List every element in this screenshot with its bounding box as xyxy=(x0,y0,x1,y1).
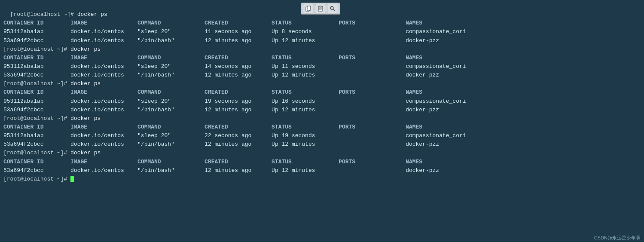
toolbar xyxy=(301,3,340,15)
header-3: CONTAINER ID IMAGE COMMAND CREATED STATU… xyxy=(3,89,422,95)
prompt-line-5: [root@localhost ~]# xyxy=(3,150,70,156)
header-2: CONTAINER ID IMAGE COMMAND CREATED STATU… xyxy=(3,55,422,61)
row-4-2: 53a694f2cbcc docker.io/centos "/bin/bash… xyxy=(3,141,439,147)
terminal: [root@localhost ~]# docker ps CONTAINER … xyxy=(0,0,644,185)
prompt-line-6: [root@localhost ~]# xyxy=(3,176,70,182)
cmd-1: docker ps xyxy=(77,11,107,18)
row-5-1: 53a694f2cbcc docker.io/centos "/bin/bash… xyxy=(3,167,439,174)
search-button[interactable] xyxy=(327,4,338,13)
row-2-1: 953112aba1ab docker.io/centos "sleep 20"… xyxy=(3,63,466,70)
cmd-4: docker ps xyxy=(70,115,101,122)
cmd-2: docker ps xyxy=(70,46,101,52)
cursor-block xyxy=(70,176,74,182)
prompt-line-2: [root@localhost ~]# xyxy=(3,46,70,52)
header-4: CONTAINER ID IMAGE COMMAND CREATED STATU… xyxy=(3,124,422,130)
prompt-line-3: [root@localhost ~]# xyxy=(3,80,70,87)
row-3-1: 953112aba1ab docker.io/centos "sleep 20"… xyxy=(3,98,466,104)
header-5: CONTAINER ID IMAGE COMMAND CREATED STATU… xyxy=(3,159,422,165)
cmd-3: docker ps xyxy=(70,80,101,87)
header-1: CONTAINER ID IMAGE COMMAND CREATED STATU… xyxy=(3,20,422,26)
prompt-line-4: [root@localhost ~]# xyxy=(3,115,70,122)
row-3-2: 53a694f2cbcc docker.io/centos "/bin/bash… xyxy=(3,107,439,113)
cmd-5: docker ps xyxy=(70,150,101,156)
row-1-2: 53a694f2cbcc docker.io/centos "/bin/bash… xyxy=(3,37,439,44)
row-1-1: 953112aba1ab docker.io/centos "sleep 20"… xyxy=(3,28,466,35)
svg-line-8 xyxy=(333,9,335,11)
row-4-1: 953112aba1ab docker.io/centos "sleep 20"… xyxy=(3,132,466,139)
copy-button[interactable] xyxy=(303,4,314,13)
watermark: CSDN@永远是少年啊 xyxy=(594,235,641,241)
row-2-2: 53a694f2cbcc docker.io/centos "/bin/bash… xyxy=(3,72,439,78)
svg-rect-3 xyxy=(319,6,322,7)
paste-button[interactable] xyxy=(315,4,326,13)
prompt-line-1: [root@localhost ~]# xyxy=(10,11,77,18)
svg-rect-1 xyxy=(307,6,311,10)
